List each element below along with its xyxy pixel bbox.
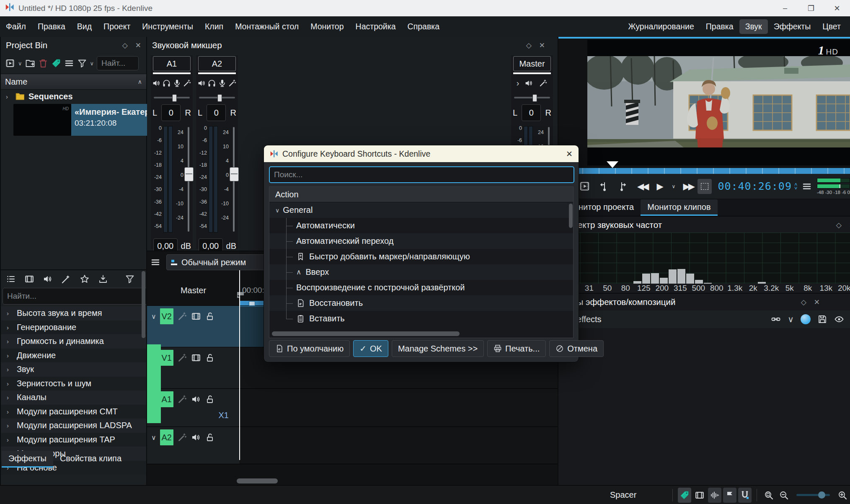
track-header-a2[interactable]: ∨ A2 <box>147 427 240 464</box>
bin-folder-row[interactable]: › Sequences <box>1 90 146 103</box>
filter-icon[interactable] <box>77 58 87 68</box>
shortcut-search-input[interactable] <box>269 166 574 183</box>
track-badge[interactable]: V2 <box>160 308 173 324</box>
menu-icon[interactable] <box>64 58 74 68</box>
minimize-button[interactable]: – <box>772 4 798 13</box>
zoom-fit-icon[interactable] <box>762 488 775 503</box>
hscrollbar-thumb[interactable] <box>272 331 460 336</box>
tab-clip-monitor[interactable]: Монитор клипов <box>641 199 717 216</box>
zone-handle[interactable] <box>249 301 255 306</box>
float-panel-icon[interactable]: ◇ <box>836 221 842 230</box>
tree-action-row[interactable]: Быстро добавить маркер/направляющую <box>269 249 573 264</box>
collapse-track-icon[interactable]: ∨ <box>151 434 156 442</box>
mute-icon[interactable] <box>152 79 161 88</box>
menu-item[interactable]: Клип <box>199 19 229 34</box>
track-badge[interactable]: A2 <box>160 429 173 445</box>
effect-category-row[interactable]: ›Модули расширения LADSPA <box>1 419 146 433</box>
collapse-track-icon[interactable]: ∨ <box>151 313 156 320</box>
lock-track-icon[interactable] <box>205 353 215 363</box>
balance-value[interactable]: 0 <box>522 104 541 121</box>
balance-value[interactable]: 0 <box>161 104 181 121</box>
volume-fader[interactable] <box>232 127 235 232</box>
bin-clip-row[interactable]: HD «Империя- Екатер 03:21:20:08 <box>13 104 146 136</box>
track-header-v2[interactable]: ∨ V2 <box>147 306 240 347</box>
float-panel-icon[interactable]: ◇ <box>122 41 128 50</box>
channel-name[interactable]: A2 <box>198 56 236 71</box>
channel-name[interactable]: Master <box>513 56 551 71</box>
menu-item[interactable]: Правка <box>32 19 71 34</box>
toolbar-tab-audio[interactable]: Звук <box>739 19 768 34</box>
tree-action-row[interactable]: Восстановить <box>269 295 573 311</box>
pan-slider[interactable] <box>199 94 235 101</box>
record-icon[interactable] <box>218 79 227 88</box>
custom-effects-icon[interactable] <box>61 274 71 284</box>
chevron-down-icon[interactable]: ∨ <box>788 314 794 324</box>
zoom-out-icon[interactable] <box>777 488 791 503</box>
show-keyframes-icon[interactable] <box>834 314 844 324</box>
sort-caret-icon[interactable]: ∧ <box>138 78 142 85</box>
balance-value[interactable]: 0 <box>207 104 226 121</box>
effect-category-row[interactable]: ›Движение <box>1 349 146 363</box>
track-badge[interactable]: A1 <box>160 391 173 407</box>
audio-effects-icon[interactable] <box>43 274 53 284</box>
track-lane-a2[interactable] <box>240 427 558 464</box>
tree-action-row[interactable]: Автоматически <box>269 218 573 233</box>
dialog-titlebar[interactable]: Configure Keyboard Shortcuts - Kdenlive … <box>264 145 579 162</box>
delete-icon[interactable] <box>38 58 48 68</box>
close-panel-icon[interactable]: ✕ <box>814 298 820 307</box>
close-panel-icon[interactable]: ✕ <box>135 41 141 50</box>
loop-zone-button[interactable] <box>698 179 712 194</box>
tag-toggle-icon[interactable] <box>678 488 691 503</box>
menu-item[interactable]: Вид <box>71 19 98 34</box>
tree-action-row[interactable]: ∧ Вверх <box>269 264 573 280</box>
lock-track-icon[interactable] <box>205 311 215 321</box>
print-button[interactable]: Печать... <box>487 340 546 357</box>
thumbnails-toggle-icon[interactable] <box>693 488 706 503</box>
seek-playhead-icon[interactable] <box>607 161 618 168</box>
menu-item[interactable]: Файл <box>0 19 32 34</box>
hide-track-icon[interactable] <box>191 311 201 321</box>
hide-track-icon[interactable] <box>191 353 201 363</box>
markers-toggle-icon[interactable] <box>723 488 736 503</box>
lock-track-icon[interactable] <box>205 432 215 442</box>
tree-action-row[interactable]: Вставить <box>269 311 573 326</box>
toolbar-tab-logging[interactable]: Журналирование <box>623 19 700 34</box>
zoom-in-icon[interactable] <box>836 488 849 503</box>
effects-icon[interactable] <box>228 79 237 88</box>
effect-category-row[interactable]: ›Генерирование <box>1 320 146 335</box>
favorites-icon[interactable] <box>80 274 90 284</box>
volume-value[interactable]: 0,00 <box>153 238 178 251</box>
effect-category-row[interactable]: ›Модули расширения TAP <box>1 433 146 447</box>
track-lane-a1[interactable] <box>240 389 558 426</box>
track-effects-icon[interactable] <box>177 353 187 363</box>
cancel-button[interactable]: Отмена <box>549 340 604 357</box>
scrollbar-thumb[interactable] <box>569 204 573 228</box>
effects-icon[interactable] <box>183 79 191 88</box>
add-clip-icon[interactable] <box>5 58 15 68</box>
dialog-close-icon[interactable]: ✕ <box>566 149 573 159</box>
menu-item[interactable]: Инструменты <box>136 19 199 34</box>
rewind-icon[interactable]: ◀◀ <box>633 181 652 191</box>
expander-icon[interactable]: › <box>6 93 12 100</box>
add-folder-icon[interactable] <box>25 58 35 68</box>
snap-toggle-icon[interactable] <box>738 488 752 503</box>
save-preset-icon[interactable] <box>817 314 827 324</box>
menu-item[interactable]: Настройка <box>350 19 402 34</box>
toolbar-tab-color[interactable]: Цвет <box>816 19 847 34</box>
effect-category-row[interactable]: ›Каналы <box>1 390 146 405</box>
action-column-header[interactable]: Action <box>269 187 573 202</box>
master-effects-button[interactable]: Master <box>147 286 240 295</box>
effect-category-row[interactable]: ›Модули расширения CMT <box>1 405 146 419</box>
ok-button[interactable]: ✓OK <box>353 340 388 357</box>
waveforms-toggle-icon[interactable] <box>708 488 721 503</box>
tab-clip-properties[interactable]: Свойства клипа <box>53 451 128 468</box>
link-icon[interactable] <box>771 314 781 324</box>
menu-item[interactable]: Проект <box>98 19 136 34</box>
timeline-menu-icon[interactable] <box>150 257 160 267</box>
channel-name[interactable]: A1 <box>153 56 191 71</box>
video-effects-icon[interactable] <box>24 274 34 284</box>
menu-item[interactable]: Справка <box>402 19 446 34</box>
mute-icon[interactable] <box>197 79 206 88</box>
tab-effects[interactable]: Эффекты <box>2 451 53 468</box>
maximize-button[interactable]: ❐ <box>798 4 824 13</box>
